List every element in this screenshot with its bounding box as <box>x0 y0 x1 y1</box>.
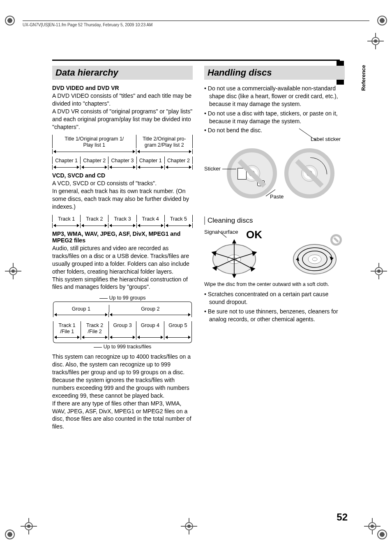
bullet-list: Scratches concentrated on a certain part… <box>204 290 345 323</box>
bullet: Scratches concentrated on a certain part… <box>204 290 345 306</box>
track-cell: Track 4 <box>137 215 165 222</box>
subhead-files: MP3, WMA, WAV, JPEG, ASF, DivX, MPEG1 an… <box>52 230 193 244</box>
subhead-vcd: VCD, SVCD and CD <box>52 172 193 179</box>
group-cell: Group 2 <box>109 305 192 312</box>
bullet: Do not use a disc with tape, stickers, o… <box>204 110 345 125</box>
left-column: Data hierarchy DVD VIDEO and DVD VR A DV… <box>52 66 193 431</box>
bullet-list: Do not use a commercially-available non-… <box>204 85 345 134</box>
svg-point-17 <box>312 258 317 261</box>
para: A DVD VIDEO consists of "titles" and eac… <box>52 92 193 108</box>
section-handling-discs: Handling discs <box>204 66 345 80</box>
para: Audio, still pictures and video are reco… <box>52 244 193 276</box>
group-cell: Group 1 <box>53 305 109 312</box>
diagram-dvd-chapters: Chapter 1 Chapter 2 Chapter 3 Chapter 1 … <box>52 157 193 170</box>
disc-cleaning-figure: OK <box>204 237 345 278</box>
chapter-cell: Chapter 3 <box>108 157 136 164</box>
file-cell: Track 2 /File 2 <box>81 321 108 335</box>
file-cell: Group 5 <box>164 321 192 335</box>
track-cell: Track 5 <box>165 215 193 222</box>
label-sticker: Sticker <box>204 166 221 172</box>
note-top: Up to 99 groups <box>52 295 193 301</box>
disc-icon <box>229 151 274 196</box>
para: This system can recognize up to 4000 tra… <box>52 353 193 399</box>
disc-wipe-correct-icon <box>210 237 259 278</box>
disc-icon <box>287 151 332 196</box>
ok-badge: OK <box>246 228 262 241</box>
svg-marker-10 <box>233 274 236 278</box>
prohibit-small-icon <box>330 234 342 246</box>
chapter-cell: Chapter 1 <box>137 157 165 164</box>
para: If there are any type of files other tha… <box>52 400 193 431</box>
subhead-dvd: DVD VIDEO and DVD VR <box>52 85 193 91</box>
disc-handling-figure: Label sticker Sticker Paste <box>204 136 345 210</box>
note-bot: Up to 999 tracks/files <box>52 344 193 350</box>
top-rule <box>52 60 340 61</box>
title-cell: Title 1/Original program 1/ Play list 1 <box>52 135 136 148</box>
diagram-tracks: Track 1 Track 2 Track 3 Track 4 Track 5 <box>52 215 193 228</box>
para-wipe: Wipe the disc from the center outward wi… <box>204 281 345 288</box>
diagram-groups: Up to 99 groups Group 1 Group 2 Track 1 … <box>52 295 193 350</box>
label-signal-surface: Signal surface <box>204 229 345 235</box>
page-header: UX-GN7V[US]EN-11.fm Page 52 Thursday, Fe… <box>23 21 369 27</box>
para: A VCD, SVCD or CD consists of "tracks". <box>52 180 193 187</box>
svg-marker-8 <box>251 267 255 271</box>
track-cell: Track 2 <box>81 215 108 222</box>
bullet: Do not use a commercially-available non-… <box>204 85 345 108</box>
chapter-cell: Chapter 1 <box>52 157 81 164</box>
para: This system simplifies the hierarchical … <box>52 276 193 291</box>
bullet: Do not bend the disc. <box>204 127 345 134</box>
bullet: Be sure not to use thinners, benzenes, c… <box>204 308 345 323</box>
page-number: 52 <box>337 511 348 523</box>
side-tab: Reference <box>360 65 367 91</box>
file-cell: Track 1 /File 1 <box>53 321 81 335</box>
track-cell: Track 1 <box>52 215 81 222</box>
title-cell: Title 2/Original pro- gram 2/Play list 2 <box>136 135 193 148</box>
file-cell: Group 4 <box>136 321 164 335</box>
svg-marker-4 <box>233 240 236 243</box>
section-data-hierarchy: Data hierarchy <box>52 66 193 80</box>
file-cell: Group 3 <box>109 321 136 335</box>
diagram-dvd-titles: Title 1/Original program 1/ Play list 1 … <box>52 135 193 154</box>
right-column: Handling discs Do not use a commercially… <box>204 66 345 431</box>
chapter-cell: Chapter 2 <box>81 157 108 164</box>
chapter-cell: Chapter 2 <box>165 157 193 164</box>
svg-marker-12 <box>213 266 217 270</box>
para: A DVD VR consists of "original programs"… <box>52 108 193 131</box>
subhead-cleaning: Cleaning discs <box>204 216 345 225</box>
para: In general, each track has its own track… <box>52 187 193 211</box>
track-cell: Track 3 <box>108 215 136 222</box>
